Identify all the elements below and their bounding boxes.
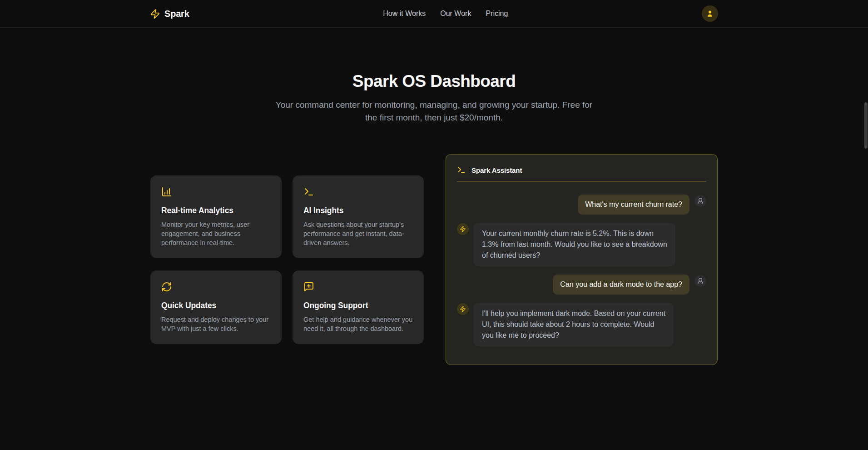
user-avatar	[694, 275, 706, 287]
nav-link-how-it-works[interactable]: How it Works	[383, 10, 426, 18]
card-title: Quick Updates	[161, 301, 271, 310]
feature-grid: Real-time Analytics Monitor your key met…	[150, 175, 424, 344]
chat-message-assistant: I'll help you implement dark mode. Based…	[457, 303, 706, 346]
card-realtime-analytics: Real-time Analytics Monitor your key met…	[150, 175, 282, 258]
brand-name: Spark	[164, 9, 189, 19]
user-message-bubble: Can you add a dark mode to the app?	[553, 275, 689, 295]
user-round-icon	[697, 277, 704, 285]
main-content: Real-time Analytics Monitor your key met…	[150, 154, 718, 365]
user-icon	[706, 10, 714, 18]
assistant-panel-header: Spark Assistant	[457, 165, 706, 182]
card-ongoing-support: Ongoing Support Get help and guidance wh…	[293, 270, 424, 344]
chart-column-icon	[161, 186, 271, 197]
page-subtitle: Your command center for monitoring, mana…	[0, 99, 868, 124]
refresh-icon	[161, 281, 271, 292]
card-title: AI Insights	[303, 206, 413, 215]
account-avatar-button[interactable]	[702, 5, 718, 22]
nav-link-our-work[interactable]: Our Work	[440, 10, 471, 18]
spark-assistant-panel: Spark Assistant What's my current churn …	[446, 154, 718, 365]
assistant-avatar	[457, 303, 469, 315]
card-description: Ask questions about your startup's perfo…	[303, 220, 413, 247]
user-round-icon	[697, 197, 704, 205]
user-message-bubble: What's my current churn rate?	[578, 195, 689, 215]
card-description: Request and deploy changes to your MVP w…	[161, 315, 271, 333]
chat-messages: What's my current churn rate? Your curre…	[457, 195, 706, 346]
hero-section: Spark OS Dashboard Your command center f…	[0, 28, 868, 124]
zap-icon	[460, 226, 466, 232]
card-description: Monitor your key metrics, user engagemen…	[161, 220, 271, 247]
nav-links: How it Works Our Work Pricing	[383, 10, 508, 18]
page-title: Spark OS Dashboard	[0, 72, 868, 91]
user-avatar	[694, 195, 706, 207]
card-description: Get help and guidance whenever you need …	[303, 315, 413, 333]
page-scrollbar-thumb[interactable]	[864, 102, 868, 149]
message-square-plus-icon	[303, 281, 413, 292]
card-quick-updates: Quick Updates Request and deploy changes…	[150, 270, 282, 344]
assistant-panel-title: Spark Assistant	[471, 166, 522, 174]
assistant-avatar	[457, 223, 469, 235]
navbar: Spark How it Works Our Work Pricing	[0, 0, 868, 28]
chat-message-assistant: Your current monthly churn rate is 5.2%.…	[457, 223, 706, 266]
brand-logo[interactable]: Spark	[150, 9, 189, 19]
navbar-inner: Spark How it Works Our Work Pricing	[150, 5, 718, 22]
terminal-icon	[457, 165, 466, 175]
card-ai-insights: AI Insights Ask questions about your sta…	[293, 175, 424, 258]
chat-message-user: Can you add a dark mode to the app?	[457, 275, 706, 295]
terminal-icon	[303, 186, 413, 197]
assistant-message-bubble: Your current monthly churn rate is 5.2%.…	[474, 223, 675, 266]
chat-message-user: What's my current churn rate?	[457, 195, 706, 215]
card-title: Ongoing Support	[303, 301, 413, 310]
zap-icon	[460, 306, 466, 312]
card-title: Real-time Analytics	[161, 206, 271, 215]
zap-icon	[150, 9, 160, 19]
nav-link-pricing[interactable]: Pricing	[486, 10, 508, 18]
assistant-message-bubble: I'll help you implement dark mode. Based…	[474, 303, 674, 346]
